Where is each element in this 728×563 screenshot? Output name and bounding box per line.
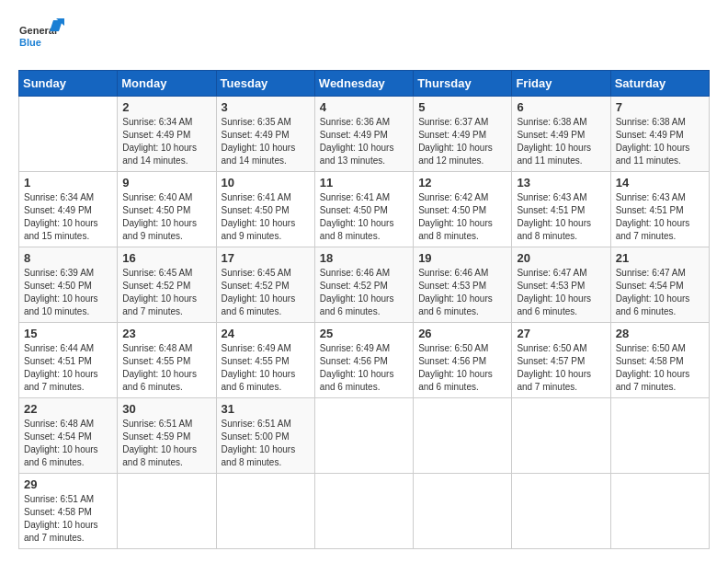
day-info: Sunrise: 6:51 AMSunset: 4:58 PMDaylight:…	[24, 493, 112, 545]
day-number: 21	[616, 251, 704, 265]
calendar-cell: 1Sunrise: 6:34 AMSunset: 4:49 PMDaylight…	[19, 172, 118, 247]
calendar-cell	[512, 398, 610, 474]
day-info: Sunrise: 6:46 AMSunset: 4:53 PMDaylight:…	[418, 267, 506, 318]
day-info: Sunrise: 6:51 AMSunset: 5:00 PMDaylight:…	[222, 418, 310, 469]
calendar-week-row: 29Sunrise: 6:51 AMSunset: 4:58 PMDayligh…	[19, 474, 710, 549]
day-info: Sunrise: 6:40 AMSunset: 4:50 PMDaylight:…	[122, 191, 210, 243]
calendar-cell: 5Sunrise: 6:37 AMSunset: 4:49 PMDaylight…	[414, 97, 512, 172]
day-number: 7	[616, 100, 704, 114]
day-info: Sunrise: 6:47 AMSunset: 4:54 PMDaylight:…	[616, 267, 704, 318]
day-number: 24	[222, 327, 310, 340]
calendar-cell	[414, 474, 512, 549]
calendar-week-row: 22Sunrise: 6:48 AMSunset: 4:54 PMDayligh…	[19, 398, 710, 474]
day-info: Sunrise: 6:44 AMSunset: 4:51 PMDaylight:…	[24, 342, 112, 394]
day-number: 23	[122, 327, 210, 340]
calendar-cell: 24Sunrise: 6:49 AMSunset: 4:55 PMDayligh…	[216, 323, 314, 398]
weekday-header-friday: Friday	[512, 71, 610, 97]
calendar-cell: 28Sunrise: 6:50 AMSunset: 4:58 PMDayligh…	[610, 323, 709, 398]
calendar-cell: 14Sunrise: 6:43 AMSunset: 4:51 PMDayligh…	[610, 172, 709, 247]
day-number: 9	[122, 176, 210, 190]
calendar-cell: 17Sunrise: 6:45 AMSunset: 4:52 PMDayligh…	[216, 247, 314, 323]
day-number: 25	[320, 327, 408, 340]
calendar-cell: 27Sunrise: 6:50 AMSunset: 4:57 PMDayligh…	[512, 323, 610, 398]
day-number: 28	[616, 327, 704, 340]
calendar-cell: 30Sunrise: 6:51 AMSunset: 4:59 PMDayligh…	[118, 398, 216, 474]
day-number: 17	[222, 251, 310, 265]
calendar-cell: 8Sunrise: 6:39 AMSunset: 4:50 PMDaylight…	[19, 247, 118, 323]
weekday-header-tuesday: Tuesday	[216, 71, 314, 97]
day-number: 27	[517, 327, 605, 340]
calendar-cell: 29Sunrise: 6:51 AMSunset: 4:58 PMDayligh…	[19, 474, 118, 549]
day-info: Sunrise: 6:36 AMSunset: 4:49 PMDaylight:…	[320, 116, 408, 167]
calendar-cell: 20Sunrise: 6:47 AMSunset: 4:53 PMDayligh…	[512, 247, 610, 323]
calendar-cell: 26Sunrise: 6:50 AMSunset: 4:56 PMDayligh…	[414, 323, 512, 398]
day-info: Sunrise: 6:43 AMSunset: 4:51 PMDaylight:…	[517, 191, 605, 243]
day-info: Sunrise: 6:38 AMSunset: 4:49 PMDaylight:…	[517, 116, 605, 167]
day-number: 8	[24, 251, 112, 265]
page-header: General Blue	[18, 18, 710, 55]
day-number: 30	[122, 402, 210, 416]
calendar-cell: 25Sunrise: 6:49 AMSunset: 4:56 PMDayligh…	[314, 323, 413, 398]
calendar-cell: 10Sunrise: 6:41 AMSunset: 4:50 PMDayligh…	[216, 172, 314, 247]
calendar-cell: 21Sunrise: 6:47 AMSunset: 4:54 PMDayligh…	[610, 247, 709, 323]
logo: General Blue	[18, 18, 64, 55]
day-number: 10	[222, 176, 310, 190]
day-number: 3	[222, 100, 310, 114]
day-info: Sunrise: 6:41 AMSunset: 4:50 PMDaylight:…	[320, 191, 408, 243]
day-number: 26	[418, 327, 506, 340]
day-info: Sunrise: 6:35 AMSunset: 4:49 PMDaylight:…	[222, 116, 310, 167]
day-info: Sunrise: 6:45 AMSunset: 4:52 PMDaylight:…	[122, 267, 210, 318]
weekday-header-sunday: Sunday	[19, 71, 118, 97]
day-info: Sunrise: 6:50 AMSunset: 4:56 PMDaylight:…	[418, 342, 506, 394]
weekday-header-wednesday: Wednesday	[314, 71, 413, 97]
day-number: 14	[616, 176, 704, 190]
day-info: Sunrise: 6:34 AMSunset: 4:49 PMDaylight:…	[24, 191, 112, 243]
calendar-cell	[610, 398, 709, 474]
day-info: Sunrise: 6:49 AMSunset: 4:55 PMDaylight:…	[222, 342, 310, 394]
day-number: 16	[122, 251, 210, 265]
day-number: 4	[320, 100, 408, 114]
calendar-cell: 19Sunrise: 6:46 AMSunset: 4:53 PMDayligh…	[414, 247, 512, 323]
day-info: Sunrise: 6:34 AMSunset: 4:49 PMDaylight:…	[122, 116, 210, 167]
weekday-header-saturday: Saturday	[610, 71, 709, 97]
day-number: 2	[122, 100, 210, 114]
calendar-cell: 31Sunrise: 6:51 AMSunset: 5:00 PMDayligh…	[216, 398, 314, 474]
calendar-cell: 18Sunrise: 6:46 AMSunset: 4:52 PMDayligh…	[314, 247, 413, 323]
calendar-cell: 6Sunrise: 6:38 AMSunset: 4:49 PMDaylight…	[512, 97, 610, 172]
day-info: Sunrise: 6:41 AMSunset: 4:50 PMDaylight:…	[222, 191, 310, 243]
calendar-cell	[19, 97, 118, 172]
weekday-header-monday: Monday	[118, 71, 216, 97]
calendar-cell: 12Sunrise: 6:42 AMSunset: 4:50 PMDayligh…	[414, 172, 512, 247]
day-number: 29	[24, 477, 112, 491]
day-info: Sunrise: 6:50 AMSunset: 4:58 PMDaylight:…	[616, 342, 704, 394]
day-info: Sunrise: 6:47 AMSunset: 4:53 PMDaylight:…	[517, 267, 605, 318]
day-number: 11	[320, 176, 408, 190]
calendar-cell: 11Sunrise: 6:41 AMSunset: 4:50 PMDayligh…	[314, 172, 413, 247]
svg-text:Blue: Blue	[19, 37, 41, 48]
day-number: 18	[320, 251, 408, 265]
calendar-cell	[118, 474, 216, 549]
day-number: 13	[517, 176, 605, 190]
day-number: 1	[24, 176, 112, 190]
day-info: Sunrise: 6:48 AMSunset: 4:55 PMDaylight:…	[122, 342, 210, 394]
day-info: Sunrise: 6:37 AMSunset: 4:49 PMDaylight:…	[418, 116, 506, 167]
day-number: 22	[24, 402, 112, 416]
calendar-cell: 22Sunrise: 6:48 AMSunset: 4:54 PMDayligh…	[19, 398, 118, 474]
calendar-cell	[314, 398, 413, 474]
day-info: Sunrise: 6:45 AMSunset: 4:52 PMDaylight:…	[222, 267, 310, 318]
day-number: 12	[418, 176, 506, 190]
calendar-cell	[216, 474, 314, 549]
day-info: Sunrise: 6:39 AMSunset: 4:50 PMDaylight:…	[24, 267, 112, 318]
calendar-week-row: 1Sunrise: 6:34 AMSunset: 4:49 PMDaylight…	[19, 172, 710, 247]
calendar-cell: 23Sunrise: 6:48 AMSunset: 4:55 PMDayligh…	[118, 323, 216, 398]
logo-svg: General Blue	[18, 18, 64, 55]
day-info: Sunrise: 6:49 AMSunset: 4:56 PMDaylight:…	[320, 342, 408, 394]
calendar-cell	[414, 398, 512, 474]
day-info: Sunrise: 6:38 AMSunset: 4:49 PMDaylight:…	[616, 116, 704, 167]
calendar-cell	[314, 474, 413, 549]
calendar-cell: 4Sunrise: 6:36 AMSunset: 4:49 PMDaylight…	[314, 97, 413, 172]
calendar-week-row: 8Sunrise: 6:39 AMSunset: 4:50 PMDaylight…	[19, 247, 710, 323]
day-number: 5	[418, 100, 506, 114]
day-info: Sunrise: 6:46 AMSunset: 4:52 PMDaylight:…	[320, 267, 408, 318]
calendar-cell: 7Sunrise: 6:38 AMSunset: 4:49 PMDaylight…	[610, 97, 709, 172]
